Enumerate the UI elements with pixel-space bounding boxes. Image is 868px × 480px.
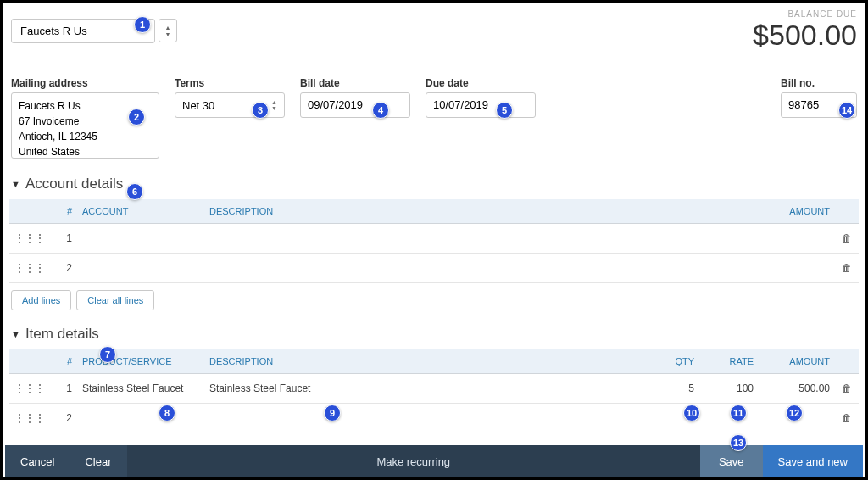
annotation-12: 12 [786, 405, 803, 421]
cell-qty[interactable]: 5 [648, 374, 699, 404]
trash-icon[interactable]: 🗑 [835, 224, 859, 254]
bill-date-input[interactable]: 09/07/2019 [300, 92, 410, 118]
account-details-title: Account details [25, 176, 123, 193]
trash-icon[interactable]: 🗑 [835, 374, 859, 404]
col-description: DESCRIPTION [204, 199, 759, 224]
annotation-8: 8 [159, 405, 175, 421]
mailing-label: Mailing address [11, 77, 159, 89]
balance-amount: $500.00 [753, 19, 857, 52]
cell-amount[interactable] [759, 224, 835, 254]
cell-product[interactable] [77, 404, 204, 433]
col-num: # [50, 199, 77, 224]
trash-icon[interactable]: 🗑 [835, 254, 859, 283]
row-num: 1 [50, 224, 77, 254]
annotation-10: 10 [683, 405, 700, 421]
balance-due: BALANCE DUE $500.00 [753, 9, 857, 52]
cell-amount[interactable] [759, 254, 835, 283]
terms-select[interactable]: Net 30 ▲▼ [175, 92, 285, 118]
cell-product[interactable]: Stainless Steel Faucet [77, 374, 204, 404]
clear-button[interactable]: Clear [70, 445, 126, 477]
cell-account[interactable] [77, 254, 204, 283]
chevron-down-icon: ▲▼ [271, 99, 277, 111]
drag-handle-icon[interactable]: ⋮⋮⋮ [9, 224, 50, 254]
cell-description[interactable] [204, 254, 759, 283]
cell-amount[interactable]: 500.00 [759, 374, 835, 404]
row-num: 2 [50, 254, 77, 283]
annotation-9: 9 [324, 405, 341, 421]
col-amount: AMOUNT [759, 349, 835, 374]
table-row[interactable]: ⋮⋮⋮ 1 Stainless Steel Faucet Stainless S… [9, 374, 859, 404]
cell-description[interactable]: Stainless Steel Faucet [204, 374, 648, 404]
account-details-table: # ACCOUNT DESCRIPTION AMOUNT ⋮⋮⋮ 1 🗑 ⋮⋮⋮… [9, 199, 859, 283]
terms-label: Terms [175, 77, 285, 89]
annotation-1: 1 [134, 16, 151, 33]
table-row[interactable]: ⋮⋮⋮ 2 🗑 [9, 254, 859, 283]
annotation-5: 5 [496, 102, 513, 119]
mailing-address-input[interactable]: Faucets R Us 67 Invoiceme Antioch, IL 12… [11, 92, 159, 159]
annotation-4: 4 [372, 102, 389, 119]
drag-handle-icon[interactable]: ⋮⋮⋮ [9, 404, 50, 433]
col-qty: QTY [648, 349, 699, 374]
col-description: DESCRIPTION [204, 349, 648, 374]
drag-handle-icon[interactable]: ⋮⋮⋮ [9, 374, 50, 404]
billno-label: Bill no. [781, 77, 857, 89]
table-row[interactable]: ⋮⋮⋮ 1 🗑 [9, 224, 859, 254]
annotation-11: 11 [730, 405, 747, 421]
billdate-label: Bill date [300, 77, 410, 89]
annotation-6: 6 [126, 183, 143, 200]
add-lines-button[interactable]: Add lines [11, 290, 71, 310]
save-and-new-button[interactable]: Save and new [763, 445, 863, 477]
item-details-toggle[interactable]: ▼ Item details [3, 317, 865, 349]
col-num: # [50, 349, 77, 374]
annotation-7: 7 [99, 346, 116, 363]
item-details-table: # PRODUCT/SERVICE DESCRIPTION QTY RATE A… [9, 349, 859, 433]
cell-rate[interactable] [699, 404, 759, 433]
caret-down-icon: ▼ [11, 329, 20, 339]
cell-rate[interactable]: 100 [699, 374, 759, 404]
duedate-label: Due date [426, 77, 536, 89]
balance-label: BALANCE DUE [753, 9, 857, 19]
terms-value: Net 30 [182, 99, 214, 112]
due-date-input[interactable]: 10/07/2019 [426, 92, 536, 118]
caret-down-icon: ▼ [11, 179, 20, 189]
row-num: 1 [50, 374, 77, 404]
annotation-13: 13 [730, 434, 747, 451]
clear-all-lines-button[interactable]: Clear all lines [76, 290, 154, 310]
make-recurring-button[interactable]: Make recurring [127, 455, 700, 468]
annotation-2: 2 [128, 109, 145, 126]
cell-account[interactable] [77, 224, 204, 254]
item-details-title: Item details [25, 326, 99, 343]
drag-handle-icon[interactable]: ⋮⋮⋮ [9, 254, 50, 283]
row-num: 2 [50, 404, 77, 433]
col-product: PRODUCT/SERVICE [77, 349, 204, 374]
col-amount: AMOUNT [759, 199, 835, 224]
save-button[interactable]: Save [700, 445, 763, 477]
col-rate: RATE [699, 349, 759, 374]
trash-icon[interactable]: 🗑 [835, 404, 859, 433]
cell-description[interactable] [204, 224, 759, 254]
vendor-sort-button[interactable]: ▲▼ [159, 19, 177, 42]
cell-description[interactable] [204, 404, 648, 433]
cancel-button[interactable]: Cancel [5, 445, 70, 477]
col-account: ACCOUNT [77, 199, 204, 224]
annotation-3: 3 [252, 102, 269, 119]
annotation-14: 14 [838, 102, 855, 119]
